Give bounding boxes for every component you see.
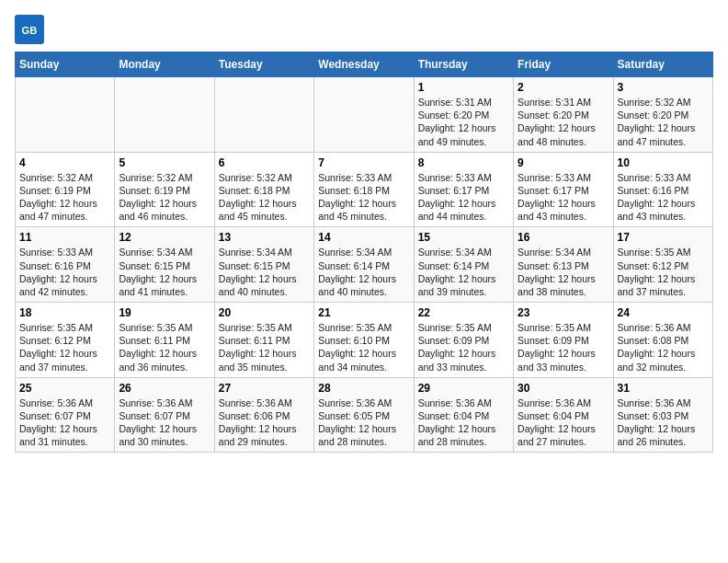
day-number: 26	[119, 382, 210, 395]
day-info: Sunrise: 5:31 AM Sunset: 6:20 PM Dayligh…	[418, 96, 509, 148]
day-info: Sunrise: 5:34 AM Sunset: 6:15 PM Dayligh…	[119, 246, 210, 298]
weekday-monday: Monday	[115, 52, 214, 77]
day-number: 11	[19, 231, 110, 244]
calendar-cell: 15Sunrise: 5:34 AM Sunset: 6:14 PM Dayli…	[414, 227, 513, 303]
day-info: Sunrise: 5:32 AM Sunset: 6:20 PM Dayligh…	[618, 96, 709, 148]
logo-icon: GB	[15, 15, 44, 44]
calendar-cell: 13Sunrise: 5:34 AM Sunset: 6:15 PM Dayli…	[214, 227, 313, 303]
calendar-cell	[115, 77, 214, 153]
day-info: Sunrise: 5:35 AM Sunset: 6:09 PM Dayligh…	[418, 321, 509, 373]
day-info: Sunrise: 5:36 AM Sunset: 6:05 PM Dayligh…	[318, 396, 409, 449]
calendar-week-4: 18Sunrise: 5:35 AM Sunset: 6:12 PM Dayli…	[16, 303, 713, 378]
calendar-cell: 9Sunrise: 5:33 AM Sunset: 6:17 PM Daylig…	[514, 152, 613, 227]
day-info: Sunrise: 5:36 AM Sunset: 6:04 PM Dayligh…	[518, 396, 609, 449]
weekday-tuesday: Tuesday	[214, 52, 313, 77]
day-number: 21	[318, 306, 409, 319]
calendar-cell: 30Sunrise: 5:36 AM Sunset: 6:04 PM Dayli…	[514, 377, 613, 453]
calendar-week-1: 1Sunrise: 5:31 AM Sunset: 6:20 PM Daylig…	[16, 77, 713, 153]
calendar-week-5: 25Sunrise: 5:36 AM Sunset: 6:07 PM Dayli…	[16, 377, 713, 453]
calendar-cell: 20Sunrise: 5:35 AM Sunset: 6:11 PM Dayli…	[214, 303, 313, 378]
day-number: 3	[618, 81, 709, 94]
day-number: 22	[418, 306, 509, 319]
day-info: Sunrise: 5:35 AM Sunset: 6:10 PM Dayligh…	[318, 321, 409, 373]
day-info: Sunrise: 5:35 AM Sunset: 6:12 PM Dayligh…	[618, 246, 709, 298]
day-info: Sunrise: 5:34 AM Sunset: 6:14 PM Dayligh…	[318, 246, 409, 298]
calendar-cell: 27Sunrise: 5:36 AM Sunset: 6:06 PM Dayli…	[214, 377, 313, 453]
day-info: Sunrise: 5:36 AM Sunset: 6:07 PM Dayligh…	[119, 396, 210, 449]
day-info: Sunrise: 5:36 AM Sunset: 6:07 PM Dayligh…	[19, 396, 110, 449]
day-number: 30	[518, 382, 609, 395]
day-number: 17	[618, 231, 709, 244]
calendar-cell: 5Sunrise: 5:32 AM Sunset: 6:19 PM Daylig…	[115, 152, 214, 227]
weekday-thursday: Thursday	[414, 52, 513, 77]
day-number: 12	[119, 231, 210, 244]
svg-text:GB: GB	[22, 25, 38, 36]
day-number: 9	[518, 156, 609, 169]
calendar-cell	[314, 77, 414, 153]
day-info: Sunrise: 5:36 AM Sunset: 6:03 PM Dayligh…	[618, 396, 709, 449]
day-number: 14	[318, 231, 409, 244]
day-number: 10	[618, 156, 709, 169]
calendar-cell: 3Sunrise: 5:32 AM Sunset: 6:20 PM Daylig…	[613, 77, 712, 153]
weekday-header-row: SundayMondayTuesdayWednesdayThursdayFrid…	[16, 52, 713, 77]
calendar-cell: 18Sunrise: 5:35 AM Sunset: 6:12 PM Dayli…	[16, 303, 115, 378]
calendar-cell: 1Sunrise: 5:31 AM Sunset: 6:20 PM Daylig…	[414, 77, 513, 153]
logo: GB	[15, 15, 48, 44]
day-number: 13	[219, 231, 310, 244]
weekday-friday: Friday	[514, 52, 613, 77]
day-number: 6	[219, 156, 310, 169]
day-info: Sunrise: 5:33 AM Sunset: 6:16 PM Dayligh…	[19, 246, 110, 298]
day-info: Sunrise: 5:35 AM Sunset: 6:12 PM Dayligh…	[19, 321, 110, 373]
calendar-cell: 10Sunrise: 5:33 AM Sunset: 6:16 PM Dayli…	[613, 152, 712, 227]
calendar-cell: 25Sunrise: 5:36 AM Sunset: 6:07 PM Dayli…	[16, 377, 115, 453]
day-info: Sunrise: 5:36 AM Sunset: 6:08 PM Dayligh…	[618, 321, 709, 373]
calendar-cell: 19Sunrise: 5:35 AM Sunset: 6:11 PM Dayli…	[115, 303, 214, 378]
calendar-cell: 31Sunrise: 5:36 AM Sunset: 6:03 PM Dayli…	[613, 377, 712, 453]
day-number: 19	[119, 306, 210, 319]
day-info: Sunrise: 5:35 AM Sunset: 6:11 PM Dayligh…	[119, 321, 210, 373]
day-info: Sunrise: 5:33 AM Sunset: 6:18 PM Dayligh…	[318, 171, 409, 224]
calendar-cell: 24Sunrise: 5:36 AM Sunset: 6:08 PM Dayli…	[613, 303, 712, 378]
day-number: 4	[19, 156, 110, 169]
day-info: Sunrise: 5:35 AM Sunset: 6:11 PM Dayligh…	[219, 321, 310, 373]
day-number: 31	[618, 382, 709, 395]
day-number: 24	[618, 306, 709, 319]
day-number: 8	[418, 156, 509, 169]
day-info: Sunrise: 5:34 AM Sunset: 6:15 PM Dayligh…	[219, 246, 310, 298]
calendar-cell: 8Sunrise: 5:33 AM Sunset: 6:17 PM Daylig…	[414, 152, 513, 227]
day-number: 16	[518, 231, 609, 244]
day-info: Sunrise: 5:33 AM Sunset: 6:16 PM Dayligh…	[618, 171, 709, 224]
day-number: 20	[219, 306, 310, 319]
day-info: Sunrise: 5:31 AM Sunset: 6:20 PM Dayligh…	[518, 96, 609, 148]
calendar-cell: 2Sunrise: 5:31 AM Sunset: 6:20 PM Daylig…	[514, 77, 613, 153]
day-info: Sunrise: 5:35 AM Sunset: 6:09 PM Dayligh…	[518, 321, 609, 373]
calendar-cell: 26Sunrise: 5:36 AM Sunset: 6:07 PM Dayli…	[115, 377, 214, 453]
day-info: Sunrise: 5:33 AM Sunset: 6:17 PM Dayligh…	[418, 171, 509, 224]
day-number: 27	[219, 382, 310, 395]
day-number: 5	[119, 156, 210, 169]
calendar-cell: 11Sunrise: 5:33 AM Sunset: 6:16 PM Dayli…	[16, 227, 115, 303]
day-number: 1	[418, 81, 509, 94]
calendar-cell	[214, 77, 313, 153]
day-number: 15	[418, 231, 509, 244]
calendar-cell: 4Sunrise: 5:32 AM Sunset: 6:19 PM Daylig…	[16, 152, 115, 227]
calendar-cell: 16Sunrise: 5:34 AM Sunset: 6:13 PM Dayli…	[514, 227, 613, 303]
day-number: 29	[418, 382, 509, 395]
calendar-cell: 28Sunrise: 5:36 AM Sunset: 6:05 PM Dayli…	[314, 377, 414, 453]
calendar-cell: 22Sunrise: 5:35 AM Sunset: 6:09 PM Dayli…	[414, 303, 513, 378]
day-number: 23	[518, 306, 609, 319]
day-number: 25	[19, 382, 110, 395]
day-number: 7	[318, 156, 409, 169]
calendar-cell: 6Sunrise: 5:32 AM Sunset: 6:18 PM Daylig…	[214, 152, 313, 227]
calendar-cell: 21Sunrise: 5:35 AM Sunset: 6:10 PM Dayli…	[314, 303, 414, 378]
day-info: Sunrise: 5:36 AM Sunset: 6:06 PM Dayligh…	[219, 396, 310, 449]
calendar-cell	[16, 77, 115, 153]
day-info: Sunrise: 5:36 AM Sunset: 6:04 PM Dayligh…	[418, 396, 509, 449]
calendar-week-2: 4Sunrise: 5:32 AM Sunset: 6:19 PM Daylig…	[16, 152, 713, 227]
day-number: 28	[318, 382, 409, 395]
weekday-sunday: Sunday	[16, 52, 115, 77]
day-info: Sunrise: 5:33 AM Sunset: 6:17 PM Dayligh…	[518, 171, 609, 224]
calendar-cell: 7Sunrise: 5:33 AM Sunset: 6:18 PM Daylig…	[314, 152, 414, 227]
calendar-week-3: 11Sunrise: 5:33 AM Sunset: 6:16 PM Dayli…	[16, 227, 713, 303]
day-info: Sunrise: 5:34 AM Sunset: 6:13 PM Dayligh…	[518, 246, 609, 298]
